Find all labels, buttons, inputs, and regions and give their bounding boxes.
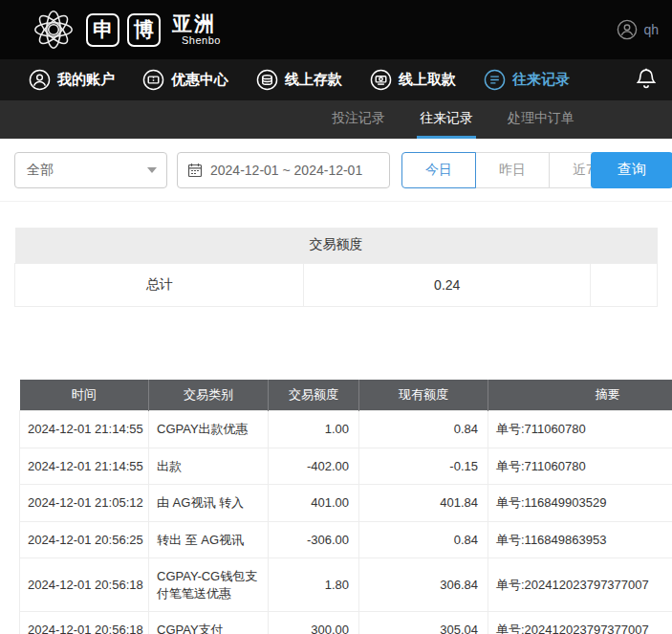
column-header-summary: 摘要 [488, 380, 672, 411]
table-cell: 2024-12-01 20:56:25 [20, 521, 149, 558]
table-cell: 2024-12-01 20:56:18 [20, 612, 149, 634]
nav-item-label: 线上存款 [285, 71, 342, 89]
tab-label: 处理中订单 [508, 110, 574, 127]
type-filter-select[interactable]: 全部 [14, 152, 167, 188]
table-cell: 由 AG视讯 转入 [149, 485, 269, 522]
table-row: 2024-12-01 21:14:55出款-402.00-0.15单号:7110… [20, 448, 672, 485]
table-cell: 单号:202412023797377007 [488, 612, 672, 634]
deposit-icon [256, 69, 278, 91]
records-table-body: 2024-12-01 21:14:55CGPAY出款优惠1.000.84单号:7… [20, 411, 672, 634]
table-cell: 出款 [149, 448, 269, 485]
top-header: 申 博 亚洲 Shenbo qh [0, 0, 672, 59]
tab-label: 往来记录 [420, 110, 473, 127]
column-header-type: 交易类别 [149, 380, 269, 411]
notifications-button[interactable] [634, 66, 659, 95]
table-cell: -0.15 [359, 448, 488, 485]
table-row: 2024-12-01 20:56:18CGPAY-CG钱包支付笔笔送优惠1.80… [20, 558, 672, 612]
table-cell: 转出 至 AG视讯 [149, 521, 269, 558]
table-cell: 2024-12-01 21:05:12 [20, 485, 149, 522]
yesterday-button[interactable]: 昨日 [475, 152, 550, 188]
table-cell: 2024-12-01 21:14:55 [20, 411, 149, 448]
table-cell: 2024-12-01 20:56:18 [20, 558, 149, 612]
nav-item-promotions[interactable]: 优惠中心 [142, 69, 228, 91]
table-cell: 401.84 [359, 485, 488, 522]
table-cell: 单号:711060780 [488, 411, 672, 448]
brand-logo[interactable]: 申 博 亚洲 Shenbo [31, 7, 221, 53]
table-cell: 305.04 [359, 612, 488, 634]
table-row: 2024-12-01 20:56:18CGPAY支付300.00305.04单号… [20, 612, 672, 634]
table-cell: 0.84 [359, 521, 488, 558]
table-cell: 0.84 [359, 411, 488, 448]
date-range-input[interactable]: 2024-12-01 ~ 2024-12-01 [177, 152, 390, 188]
withdraw-icon [370, 69, 392, 91]
table-row: 2024-12-01 21:14:55CGPAY出款优惠1.000.84单号:7… [20, 411, 672, 448]
nav-item-label: 线上取款 [399, 71, 456, 89]
table-cell: 单号:711060780 [488, 448, 672, 485]
user-account-button[interactable]: qh [617, 19, 659, 40]
records-icon [484, 69, 506, 91]
tab-betting-records[interactable]: 投注记录 [329, 100, 388, 139]
summary-total-label: 总计 [15, 263, 304, 306]
nav-item-records[interactable]: 往来记录 [484, 69, 570, 91]
summary-total-row: 总计 0.24 [15, 263, 658, 306]
table-cell: -306.00 [269, 521, 359, 558]
tab-processing-orders[interactable]: 处理中订单 [505, 100, 577, 139]
table-cell: -402.00 [269, 448, 359, 485]
coupon-icon [142, 69, 164, 91]
main-navigation: 我的账户 优惠中心 线上存款 [0, 59, 672, 100]
summary-table: 交易额度 总计 0.24 [14, 228, 658, 307]
user-icon [29, 69, 51, 91]
brand-char-bo: 博 [127, 13, 161, 47]
summary-header-row: 交易额度 [15, 228, 658, 263]
table-cell: 单号:202412023797377007 [488, 558, 672, 612]
records-subnav: 投注记录 往来记录 处理中订单 [0, 100, 672, 139]
nav-item-label: 优惠中心 [171, 71, 228, 89]
nav-item-my-account[interactable]: 我的账户 [29, 69, 115, 91]
table-cell: 单号:116849903529 [488, 485, 672, 522]
column-header-balance: 现有额度 [359, 380, 488, 411]
table-cell: 300.00 [269, 612, 359, 634]
brand-region-label: 亚洲 [172, 13, 221, 33]
brand-char-shen: 申 [86, 13, 119, 47]
table-row: 2024-12-01 21:05:12由 AG视讯 转入401.00401.84… [20, 485, 672, 522]
user-avatar-icon [617, 19, 638, 40]
today-button[interactable]: 今日 [401, 152, 476, 188]
table-cell: 单号:116849863953 [488, 521, 672, 558]
nav-item-label: 我的账户 [57, 71, 115, 89]
filter-bar: 全部 2024-12-01 ~ 2024-12-01 今日 昨日 近7日 查询 [0, 139, 672, 202]
table-cell: 2024-12-01 21:14:55 [20, 448, 149, 485]
quick-date-buttons: 今日 昨日 近7日 [401, 152, 583, 188]
table-cell: 306.84 [359, 558, 488, 612]
nav-item-withdraw[interactable]: 线上取款 [370, 69, 456, 91]
type-filter-value: 全部 [27, 162, 54, 179]
summary-header-label: 交易额度 [15, 228, 658, 263]
table-cell: 1.80 [269, 558, 359, 612]
table-cell: CGPAY支付 [149, 612, 269, 634]
table-cell: CGPAY出款优惠 [149, 411, 269, 448]
nav-item-deposit[interactable]: 线上存款 [256, 69, 342, 91]
summary-empty-cell [591, 263, 658, 306]
tab-label: 投注记录 [332, 110, 385, 127]
records-table: 时间 交易类别 交易额度 现有额度 摘要 2024-12-01 21:14:55… [19, 380, 672, 634]
search-button[interactable]: 查询 [591, 152, 672, 188]
chevron-down-icon [147, 167, 157, 173]
username-label: qh [643, 22, 659, 37]
records-header-row: 时间 交易类别 交易额度 现有额度 摘要 [20, 380, 672, 411]
table-cell: 1.00 [269, 411, 359, 448]
column-header-amount: 交易额度 [269, 380, 359, 411]
summary-total-value: 0.24 [304, 263, 591, 306]
table-row: 2024-12-01 20:56:25转出 至 AG视讯-306.000.84单… [20, 521, 672, 558]
table-cell: 401.00 [269, 485, 359, 522]
column-header-time: 时间 [20, 380, 149, 411]
flower-logo-icon [31, 7, 76, 53]
nav-item-label: 往来记录 [512, 71, 570, 89]
bell-icon [634, 66, 659, 95]
table-cell: CGPAY-CG钱包支付笔笔送优惠 [149, 558, 269, 612]
date-range-value: 2024-12-01 ~ 2024-12-01 [210, 163, 362, 178]
calendar-icon [187, 163, 203, 178]
tab-transaction-records[interactable]: 往来记录 [417, 100, 476, 139]
brand-subtitle: Shenbo [172, 35, 221, 46]
